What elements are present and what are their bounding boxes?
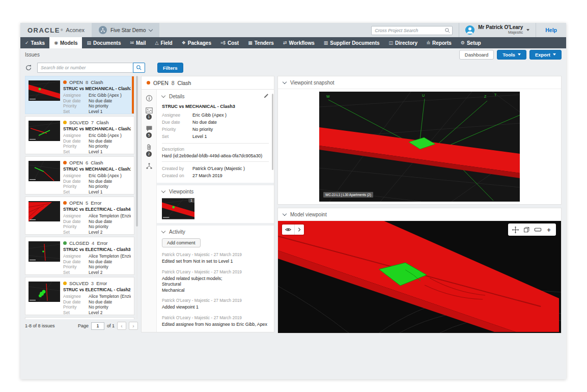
issue-search-button[interactable] bbox=[133, 63, 145, 73]
detail-set: Level 1 bbox=[192, 133, 207, 140]
comment-icon bbox=[146, 125, 153, 132]
dashboard-button[interactable]: Dashboard bbox=[459, 50, 494, 60]
add-comment-button[interactable]: Add comment bbox=[162, 238, 201, 247]
cross-project-search bbox=[371, 25, 453, 35]
activity-entry: Patrick O'Leary - Majestic - 27 March 20… bbox=[162, 269, 269, 294]
export-button[interactable]: Export bbox=[529, 50, 562, 60]
edit-icon[interactable] bbox=[263, 93, 269, 100]
page-bar: Issues Dashboard Tools Export bbox=[20, 48, 566, 61]
tab-mail[interactable]: ✉Mail bbox=[125, 37, 150, 48]
tab-tenders[interactable]: ▦Tenders bbox=[243, 37, 278, 48]
detail-assignee: Eric Gibb (Apex ) bbox=[192, 111, 227, 119]
tab-supplier-documents[interactable]: ▥Supplier Documents bbox=[319, 37, 384, 48]
tab-comments[interactable]: 5 bbox=[146, 125, 153, 138]
project-selector[interactable]: Five Star Demo bbox=[92, 23, 159, 37]
status-dot bbox=[63, 282, 67, 285]
filters-button[interactable]: Filters bbox=[157, 63, 183, 73]
orbit-button[interactable] bbox=[521, 226, 532, 233]
issue-list-panel: OPEN8Clash STRUC vs MECHANICAL - Clash3 … bbox=[25, 76, 138, 333]
issue-list-item[interactable]: CLOSED4Error STRUC vs ELECTRICAL - Clash… bbox=[25, 237, 134, 275]
issue-list-item[interactable]: SOLVED7Clash STRUC vs MECHANICAL - Clash… bbox=[25, 116, 134, 154]
project-avatar-icon bbox=[99, 26, 107, 34]
content-area: OPEN8Clash STRUC vs MECHANICAL - Clash3 … bbox=[20, 75, 566, 333]
tab-info[interactable] bbox=[146, 95, 153, 102]
chevron-down-icon bbox=[526, 29, 529, 31]
viewer-column: Viewpoint snapshot bbox=[277, 76, 562, 333]
collapse-chevron-icon[interactable] bbox=[161, 229, 165, 233]
tab-field[interactable]: △Field bbox=[150, 37, 177, 48]
tab-setup[interactable]: ⚙Setup bbox=[456, 37, 486, 48]
activity-meta: Patrick O'Leary - Majestic - 27 March 20… bbox=[162, 298, 269, 303]
next-page-button[interactable]: › bbox=[129, 322, 138, 330]
status-dot bbox=[63, 241, 67, 245]
mail-icon: ✉ bbox=[130, 40, 134, 45]
tab-directory[interactable]: ◫Directory bbox=[384, 37, 422, 48]
chevron-down-icon bbox=[553, 53, 556, 55]
hierarchy-icon bbox=[146, 162, 153, 170]
pan-button[interactable] bbox=[510, 226, 521, 234]
collapse-chevron-icon[interactable] bbox=[161, 94, 165, 98]
search-icon[interactable] bbox=[444, 26, 451, 36]
collapse-chevron-icon[interactable] bbox=[283, 79, 287, 83]
model-3d-viewer[interactable]: + bbox=[278, 221, 561, 333]
tab-attachments[interactable]: 2 bbox=[146, 144, 152, 157]
issue-list-item[interactable]: SOLVED3Error STRUC vs ELECTRICAL - Clash… bbox=[25, 277, 134, 315]
viewpoint-snapshot-image: W U Z T WC-2J-L1 | L30 Apartments (2) bbox=[319, 92, 520, 202]
issue-number: 6 bbox=[86, 160, 88, 165]
tab-packages[interactable]: ❖Packages bbox=[177, 37, 216, 48]
issue-number: 5 bbox=[86, 200, 88, 206]
prev-page-button[interactable]: ‹ bbox=[117, 322, 126, 330]
detail-scrollbar[interactable] bbox=[272, 94, 273, 170]
models-icon: ◉ bbox=[54, 40, 58, 45]
refresh-icon bbox=[25, 64, 32, 71]
collapse-chevron-icon[interactable] bbox=[283, 211, 287, 215]
issue-list-item[interactable]: OPEN8Clash STRUC vs MECHANICAL - Clash3 … bbox=[25, 76, 134, 114]
status-dot bbox=[147, 81, 150, 85]
tab-viewpoints[interactable]: 1 bbox=[146, 107, 153, 120]
tab-reports[interactable]: ılıReports bbox=[422, 37, 456, 48]
viewpoints-section-title: Viewpoints bbox=[169, 189, 193, 194]
issue-thumbnail bbox=[29, 201, 60, 221]
aconex-app-window: ORACLE® Aconex Five Star Demo Mr Patrick… bbox=[20, 23, 566, 379]
workflows-icon: ⇄ bbox=[283, 40, 287, 45]
tools-button[interactable]: Tools bbox=[497, 50, 526, 60]
issue-list-item[interactable]: OPEN6Clash STRUC vs MECHANICAL - Clash1 … bbox=[25, 156, 134, 194]
packages-icon: ❖ bbox=[182, 40, 186, 45]
cross-project-search-input[interactable] bbox=[371, 26, 453, 35]
zoom-in-button[interactable]: + bbox=[543, 227, 554, 233]
tab-related-models[interactable] bbox=[146, 162, 153, 170]
tab-workflows[interactable]: ⇄Workflows bbox=[278, 37, 319, 48]
chevron-right-icon bbox=[297, 227, 301, 232]
viewpoint-number-badge: 1 bbox=[188, 198, 194, 203]
refresh-button[interactable] bbox=[25, 64, 32, 71]
scrollbar-thumb[interactable] bbox=[136, 76, 138, 227]
image-icon bbox=[146, 107, 153, 114]
issue-thumbnail bbox=[29, 241, 60, 262]
tab-models[interactable]: ◉Models bbox=[49, 37, 82, 48]
issue-title: STRUC vs MECHANICAL - Clash2 bbox=[63, 126, 131, 131]
snapshot-location-tag: WC-2J-L1 | L30 Apartments (2) bbox=[323, 192, 373, 198]
collapse-chevron-icon[interactable] bbox=[161, 189, 165, 193]
list-scrollbar[interactable] bbox=[136, 76, 138, 319]
reports-icon: ılı bbox=[427, 40, 430, 45]
issue-list-item[interactable]: OPEN5Error STRUC vs ELECTRICAL - Clash4 … bbox=[25, 197, 134, 235]
cost-icon: »$ bbox=[220, 40, 226, 45]
issue-search-input[interactable] bbox=[37, 63, 133, 73]
user-menu[interactable]: Mr Patrick O'Leary Majestic bbox=[459, 23, 536, 37]
issue-status: OPEN bbox=[69, 79, 83, 85]
status-dot bbox=[63, 121, 67, 124]
help-link[interactable]: Help bbox=[536, 23, 566, 37]
issue-title: STRUC vs ELECTRICAL - Clash2 bbox=[63, 287, 131, 292]
page-number-input[interactable] bbox=[91, 322, 104, 330]
tab-tasks[interactable]: ✓Tasks bbox=[20, 37, 49, 48]
expand-toolbar-button[interactable] bbox=[295, 225, 304, 235]
issue-title: STRUC vs ELECTRICAL - Clash4 bbox=[63, 207, 131, 212]
tab-documents[interactable]: ▤Documents bbox=[82, 37, 125, 48]
issue-type: Clash bbox=[91, 160, 103, 165]
tab-cost[interactable]: »$Cost bbox=[216, 37, 243, 48]
zoom-out-button[interactable] bbox=[532, 227, 543, 232]
user-avatar bbox=[465, 25, 474, 35]
viewpoint-thumbnail[interactable]: 1 bbox=[162, 198, 194, 219]
details-section-title: Details bbox=[169, 94, 185, 99]
show-hide-button[interactable] bbox=[282, 225, 294, 235]
